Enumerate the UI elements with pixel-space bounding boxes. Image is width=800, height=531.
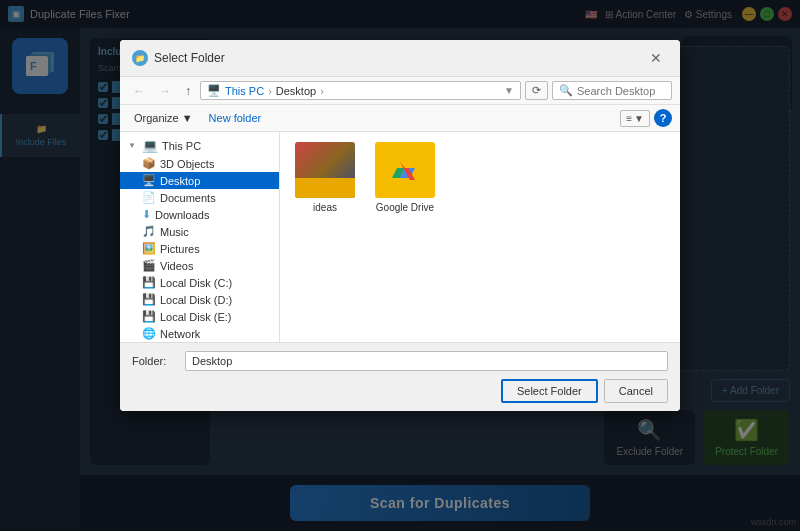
tree-label-local-c: Local Disk (C:) bbox=[160, 277, 232, 289]
tree-item-local-e[interactable]: 💾 Local Disk (E:) bbox=[120, 308, 279, 325]
address-this-pc[interactable]: This PC bbox=[225, 85, 264, 97]
ideas-thumbnail bbox=[295, 142, 355, 198]
organize-button[interactable]: Organize ▼ bbox=[128, 109, 199, 127]
dialog-toolbar: ← → ↑ 🖥️ This PC › Desktop › ▼ ⟳ 🔍 bbox=[120, 77, 680, 105]
google-drive-label: Google Drive bbox=[376, 202, 434, 213]
pictures-icon: 🖼️ bbox=[142, 242, 156, 255]
nav-forward-button[interactable]: → bbox=[154, 82, 176, 100]
refresh-button[interactable]: ⟳ bbox=[525, 81, 548, 100]
tree-item-pictures[interactable]: 🖼️ Pictures bbox=[120, 240, 279, 257]
dialog-title-text: Select Folder bbox=[154, 51, 225, 65]
tree-item-videos[interactable]: 🎬 Videos bbox=[120, 257, 279, 274]
dialog-title-icon: 📁 bbox=[132, 50, 148, 66]
tree-label-pictures: Pictures bbox=[160, 243, 200, 255]
videos-icon: 🎬 bbox=[142, 259, 156, 272]
tree-item-music[interactable]: 🎵 Music bbox=[120, 223, 279, 240]
cancel-button[interactable]: Cancel bbox=[604, 379, 668, 403]
view-icon: ≡ bbox=[626, 113, 632, 124]
tree-label-network: Network bbox=[160, 328, 200, 340]
downloads-icon: ⬇ bbox=[142, 208, 151, 221]
tree-label-3d-objects: 3D Objects bbox=[160, 158, 214, 170]
dialog-footer: Folder: Select Folder Cancel bbox=[120, 342, 680, 411]
tree-label-downloads: Downloads bbox=[155, 209, 209, 221]
tree-label-videos: Videos bbox=[160, 260, 193, 272]
address-dropdown[interactable]: ▼ bbox=[504, 85, 514, 96]
tree-panel: ▼ 💻 This PC 📦 3D Objects 🖥️ Desktop 📄 bbox=[120, 132, 280, 342]
tree-label-documents: Documents bbox=[160, 192, 216, 204]
google-drive-thumbnail bbox=[375, 142, 435, 198]
tree-item-local-d[interactable]: 💾 Local Disk (D:) bbox=[120, 291, 279, 308]
select-folder-dialog: 📁 Select Folder ✕ ← → ↑ 🖥️ This PC › Des… bbox=[120, 40, 680, 411]
documents-icon: 📄 bbox=[142, 191, 156, 204]
tree-label-this-pc: This PC bbox=[162, 140, 201, 152]
dialog-close-button[interactable]: ✕ bbox=[644, 48, 668, 68]
local-disk-d-icon: 💾 bbox=[142, 293, 156, 306]
local-disk-c-icon: 💾 bbox=[142, 276, 156, 289]
folder-input[interactable] bbox=[185, 351, 668, 371]
tree-item-desktop[interactable]: 🖥️ Desktop bbox=[120, 172, 279, 189]
ideas-label: ideas bbox=[313, 202, 337, 213]
address-desktop[interactable]: Desktop bbox=[276, 85, 316, 97]
nav-up-button[interactable]: ↑ bbox=[180, 82, 196, 100]
tree-item-this-pc[interactable]: ▼ 💻 This PC bbox=[120, 136, 279, 155]
tree-label-local-e: Local Disk (E:) bbox=[160, 311, 232, 323]
network-icon: 🌐 bbox=[142, 327, 156, 340]
help-button[interactable]: ? bbox=[654, 109, 672, 127]
nav-back-button[interactable]: ← bbox=[128, 82, 150, 100]
search-box[interactable]: 🔍 bbox=[552, 81, 672, 100]
tree-label-desktop: Desktop bbox=[160, 175, 200, 187]
new-folder-button[interactable]: New folder bbox=[203, 109, 268, 127]
tree-label-music: Music bbox=[160, 226, 189, 238]
tree-item-3d-objects[interactable]: 📦 3D Objects bbox=[120, 155, 279, 172]
folder-row: Folder: bbox=[132, 351, 668, 371]
tree-item-documents[interactable]: 📄 Documents bbox=[120, 189, 279, 206]
music-icon: 🎵 bbox=[142, 225, 156, 238]
this-pc-icon: 💻 bbox=[142, 138, 158, 153]
local-disk-e-icon: 💾 bbox=[142, 310, 156, 323]
google-drive-icon bbox=[387, 152, 423, 188]
view-dropdown-icon: ▼ bbox=[634, 113, 644, 124]
file-thumb-google-drive[interactable]: Google Drive bbox=[370, 142, 440, 213]
dialog-body: ▼ 💻 This PC 📦 3D Objects 🖥️ Desktop 📄 bbox=[120, 132, 680, 342]
app-window: ▣ Duplicate Files Fixer 🇺🇸 ⊞ Action Cent… bbox=[0, 0, 800, 531]
tree-item-downloads[interactable]: ⬇ Downloads bbox=[120, 206, 279, 223]
address-bar[interactable]: 🖥️ This PC › Desktop › ▼ bbox=[200, 81, 521, 100]
tree-item-network[interactable]: 🌐 Network bbox=[120, 325, 279, 342]
dialog-title: 📁 Select Folder bbox=[132, 50, 225, 66]
dialog-buttons: Select Folder Cancel bbox=[132, 379, 668, 403]
dialog-overlay: 📁 Select Folder ✕ ← → ↑ 🖥️ This PC › Des… bbox=[0, 0, 800, 531]
view-toggle-button[interactable]: ≡ ▼ bbox=[620, 110, 650, 127]
file-thumb-ideas[interactable]: ideas bbox=[290, 142, 360, 213]
dialog-titlebar: 📁 Select Folder ✕ bbox=[120, 40, 680, 77]
file-grid: ideas Google Drive bbox=[280, 132, 680, 342]
address-icon: 🖥️ bbox=[207, 84, 221, 97]
3d-objects-icon: 📦 bbox=[142, 157, 156, 170]
search-icon: 🔍 bbox=[559, 84, 573, 97]
select-folder-button[interactable]: Select Folder bbox=[501, 379, 598, 403]
view-controls: ≡ ▼ ? bbox=[620, 109, 672, 127]
dialog-actionbar: Organize ▼ New folder ≡ ▼ ? bbox=[120, 105, 680, 132]
search-input[interactable] bbox=[577, 85, 667, 97]
folder-label: Folder: bbox=[132, 355, 177, 367]
tree-label-local-d: Local Disk (D:) bbox=[160, 294, 232, 306]
desktop-icon: 🖥️ bbox=[142, 174, 156, 187]
tree-item-local-c[interactable]: 💾 Local Disk (C:) bbox=[120, 274, 279, 291]
